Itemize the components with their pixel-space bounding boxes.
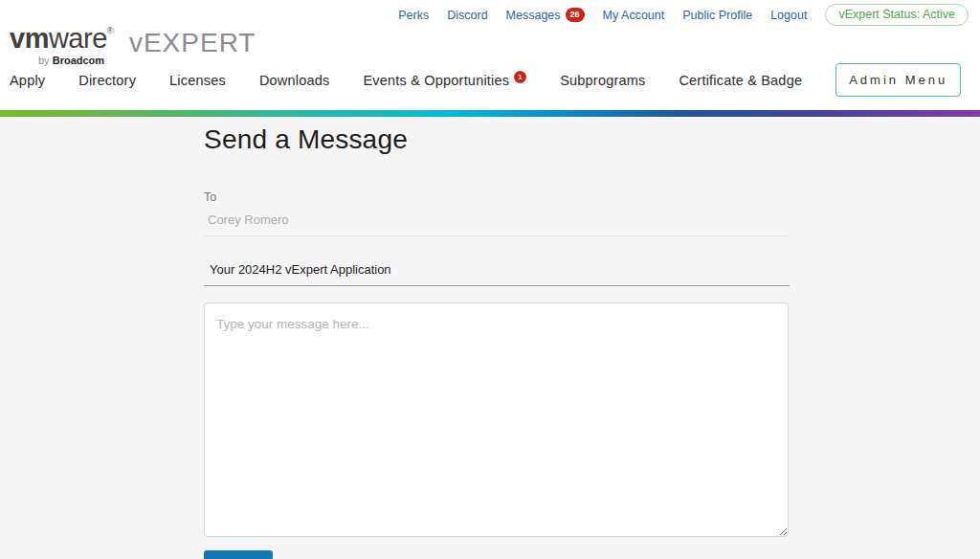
brand-row: vmware® by Broadcom vEXPERT: [10, 25, 256, 66]
vexpert-status-pill[interactable]: vExpert Status: Active: [825, 4, 969, 26]
nav-item-apply[interactable]: Apply: [10, 73, 45, 88]
nav-item-downloads[interactable]: Downloads: [259, 73, 330, 88]
utility-link-messages-wrap: Messages 26: [506, 8, 585, 22]
send-message-form: To SEND: [204, 190, 790, 559]
send-button[interactable]: SEND: [204, 550, 273, 559]
to-field-label: To: [204, 190, 790, 204]
utility-link-discord[interactable]: Discord: [447, 9, 487, 22]
page-title: Send a Message: [204, 124, 980, 155]
main-nav: Apply Directory Licenses Downloads Event…: [0, 63, 980, 97]
vmware-wordmark: vmware®: [10, 25, 113, 53]
messages-count-badge: 26: [566, 8, 585, 22]
to-field[interactable]: [204, 208, 790, 236]
vmware-logo: vmware® by Broadcom: [10, 25, 113, 66]
events-count-badge: 1: [514, 71, 526, 83]
utility-link-logout[interactable]: Logout: [770, 9, 807, 22]
subject-field[interactable]: [204, 257, 790, 286]
product-name: vEXPERT: [129, 28, 256, 58]
utility-link-perks[interactable]: Perks: [398, 9, 429, 22]
registered-mark-icon: ®: [107, 26, 113, 35]
utility-link-my-account[interactable]: My Account: [603, 9, 665, 22]
nav-item-events-opportunities[interactable]: Events & Opportunities 1: [363, 73, 526, 88]
nav-item-certificate-badge[interactable]: Certificate & Badge: [679, 73, 802, 88]
nav-item-events-label: Events & Opportunities: [363, 73, 509, 88]
utility-link-messages[interactable]: Messages: [506, 9, 561, 22]
nav-item-subprograms[interactable]: Subprograms: [560, 73, 645, 88]
vmware-wordmark-rest: ware: [49, 23, 107, 54]
message-textarea[interactable]: [204, 302, 789, 537]
utility-link-public-profile[interactable]: Public Profile: [682, 9, 752, 22]
vmware-wordmark-bold: vm: [10, 23, 49, 54]
site-header: Perks Discord Messages 26 My Account Pub…: [0, 0, 980, 110]
admin-menu-button[interactable]: Admin Menu: [835, 63, 961, 97]
utility-nav: Perks Discord Messages 26 My Account Pub…: [398, 4, 969, 26]
main-content: Send a Message To SEND: [0, 117, 980, 559]
nav-item-licenses[interactable]: Licenses: [169, 73, 226, 88]
nav-item-directory[interactable]: Directory: [78, 73, 136, 88]
brand-gradient-bar: [0, 110, 980, 117]
